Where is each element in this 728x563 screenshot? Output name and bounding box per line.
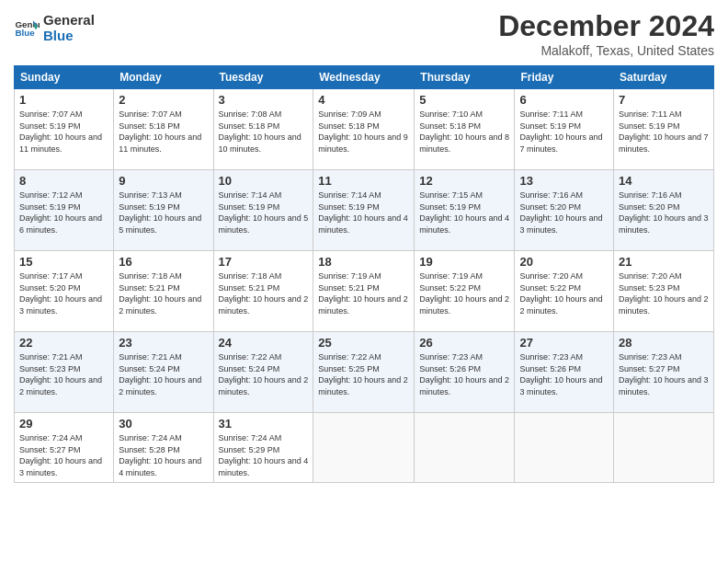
calendar-cell: 2 Sunrise: 7:07 AM Sunset: 5:18 PM Dayli… <box>114 89 213 170</box>
calendar-cell: 4 Sunrise: 7:09 AM Sunset: 5:18 PM Dayli… <box>313 89 415 170</box>
day-info: Sunrise: 7:19 AM Sunset: 5:21 PM Dayligh… <box>318 270 409 316</box>
location: Malakoff, Texas, United States <box>498 43 714 58</box>
day-number: 30 <box>119 417 208 431</box>
day-number: 20 <box>519 255 609 269</box>
calendar-cell <box>313 413 415 483</box>
calendar-cell: 10 Sunrise: 7:14 AM Sunset: 5:19 PM Dayl… <box>213 170 313 251</box>
svg-text:Blue: Blue <box>15 28 35 38</box>
calendar-cell: 22 Sunrise: 7:21 AM Sunset: 5:23 PM Dayl… <box>15 332 114 413</box>
day-number: 29 <box>19 417 108 431</box>
day-number: 17 <box>219 255 309 269</box>
day-info: Sunrise: 7:11 AM Sunset: 5:19 PM Dayligh… <box>619 109 709 155</box>
day-number: 11 <box>318 174 409 188</box>
day-number: 12 <box>419 174 509 188</box>
day-number: 27 <box>519 336 609 350</box>
title-block: December 2024 Malakoff, Texas, United St… <box>498 9 714 58</box>
day-info: Sunrise: 7:21 AM Sunset: 5:23 PM Dayligh… <box>19 351 108 397</box>
calendar-cell: 27 Sunrise: 7:23 AM Sunset: 5:26 PM Dayl… <box>515 332 614 413</box>
calendar-cell: 5 Sunrise: 7:10 AM Sunset: 5:18 PM Dayli… <box>415 89 515 170</box>
day-number: 21 <box>619 255 709 269</box>
calendar-cell: 30 Sunrise: 7:24 AM Sunset: 5:28 PM Dayl… <box>114 413 213 483</box>
calendar-cell: 13 Sunrise: 7:16 AM Sunset: 5:20 PM Dayl… <box>515 170 614 251</box>
day-info: Sunrise: 7:11 AM Sunset: 5:19 PM Dayligh… <box>519 109 609 155</box>
day-info: Sunrise: 7:21 AM Sunset: 5:24 PM Dayligh… <box>119 351 208 397</box>
calendar-cell: 24 Sunrise: 7:22 AM Sunset: 5:24 PM Dayl… <box>213 332 313 413</box>
calendar-cell: 6 Sunrise: 7:11 AM Sunset: 5:19 PM Dayli… <box>515 89 614 170</box>
day-info: Sunrise: 7:07 AM Sunset: 5:18 PM Dayligh… <box>119 109 208 155</box>
day-number: 24 <box>219 336 309 350</box>
day-info: Sunrise: 7:24 AM Sunset: 5:29 PM Dayligh… <box>219 432 309 478</box>
day-number: 5 <box>419 93 509 107</box>
day-number: 7 <box>619 93 709 107</box>
header-friday: Friday <box>515 66 614 89</box>
calendar-cell: 26 Sunrise: 7:23 AM Sunset: 5:26 PM Dayl… <box>415 332 515 413</box>
day-number: 28 <box>619 336 709 350</box>
calendar-cell <box>614 413 714 483</box>
day-info: Sunrise: 7:10 AM Sunset: 5:18 PM Dayligh… <box>419 109 509 155</box>
day-info: Sunrise: 7:22 AM Sunset: 5:24 PM Dayligh… <box>219 351 309 397</box>
calendar-cell: 8 Sunrise: 7:12 AM Sunset: 5:19 PM Dayli… <box>15 170 114 251</box>
calendar-cell: 28 Sunrise: 7:23 AM Sunset: 5:27 PM Dayl… <box>614 332 714 413</box>
day-info: Sunrise: 7:20 AM Sunset: 5:23 PM Dayligh… <box>619 270 709 316</box>
day-number: 22 <box>19 336 108 350</box>
day-number: 15 <box>19 255 108 269</box>
header-wednesday: Wednesday <box>313 66 415 89</box>
calendar-cell: 29 Sunrise: 7:24 AM Sunset: 5:27 PM Dayl… <box>15 413 114 483</box>
day-number: 3 <box>219 93 309 107</box>
day-info: Sunrise: 7:23 AM Sunset: 5:27 PM Dayligh… <box>619 351 709 397</box>
day-info: Sunrise: 7:16 AM Sunset: 5:20 PM Dayligh… <box>519 190 609 236</box>
calendar-cell: 20 Sunrise: 7:20 AM Sunset: 5:22 PM Dayl… <box>515 251 614 332</box>
day-info: Sunrise: 7:23 AM Sunset: 5:26 PM Dayligh… <box>519 351 609 397</box>
day-info: Sunrise: 7:18 AM Sunset: 5:21 PM Dayligh… <box>219 270 309 316</box>
calendar-cell: 7 Sunrise: 7:11 AM Sunset: 5:19 PM Dayli… <box>614 89 714 170</box>
calendar-cell: 14 Sunrise: 7:16 AM Sunset: 5:20 PM Dayl… <box>614 170 714 251</box>
calendar-cell <box>415 413 515 483</box>
calendar-cell: 1 Sunrise: 7:07 AM Sunset: 5:19 PM Dayli… <box>15 89 114 170</box>
day-number: 16 <box>119 255 208 269</box>
day-info: Sunrise: 7:08 AM Sunset: 5:18 PM Dayligh… <box>219 109 309 155</box>
day-number: 13 <box>519 174 609 188</box>
day-info: Sunrise: 7:15 AM Sunset: 5:19 PM Dayligh… <box>419 190 509 236</box>
calendar-week-row: 1 Sunrise: 7:07 AM Sunset: 5:19 PM Dayli… <box>15 89 714 170</box>
logo-line2: Blue <box>43 29 95 44</box>
day-number: 14 <box>619 174 709 188</box>
header-saturday: Saturday <box>614 66 714 89</box>
logo: General Blue General Blue <box>14 13 95 43</box>
day-number: 4 <box>318 93 409 107</box>
day-number: 8 <box>19 174 108 188</box>
calendar-cell: 11 Sunrise: 7:14 AM Sunset: 5:19 PM Dayl… <box>313 170 415 251</box>
calendar-week-row: 8 Sunrise: 7:12 AM Sunset: 5:19 PM Dayli… <box>15 170 714 251</box>
day-number: 1 <box>19 93 108 107</box>
header-tuesday: Tuesday <box>213 66 313 89</box>
header-thursday: Thursday <box>415 66 515 89</box>
calendar-cell: 31 Sunrise: 7:24 AM Sunset: 5:29 PM Dayl… <box>213 413 313 483</box>
calendar-table: Sunday Monday Tuesday Wednesday Thursday… <box>14 65 714 483</box>
page-header: General Blue General Blue December 2024 … <box>14 9 714 58</box>
calendar-week-row: 15 Sunrise: 7:17 AM Sunset: 5:20 PM Dayl… <box>15 251 714 332</box>
calendar-cell <box>515 413 614 483</box>
calendar-cell: 9 Sunrise: 7:13 AM Sunset: 5:19 PM Dayli… <box>114 170 213 251</box>
day-info: Sunrise: 7:14 AM Sunset: 5:19 PM Dayligh… <box>318 190 409 236</box>
day-info: Sunrise: 7:22 AM Sunset: 5:25 PM Dayligh… <box>318 351 409 397</box>
calendar-cell: 3 Sunrise: 7:08 AM Sunset: 5:18 PM Dayli… <box>213 89 313 170</box>
day-number: 6 <box>519 93 609 107</box>
day-info: Sunrise: 7:17 AM Sunset: 5:20 PM Dayligh… <box>19 270 108 316</box>
day-info: Sunrise: 7:20 AM Sunset: 5:22 PM Dayligh… <box>519 270 609 316</box>
day-number: 9 <box>119 174 208 188</box>
day-info: Sunrise: 7:24 AM Sunset: 5:27 PM Dayligh… <box>19 432 108 478</box>
day-info: Sunrise: 7:16 AM Sunset: 5:20 PM Dayligh… <box>619 190 709 236</box>
calendar-cell: 15 Sunrise: 7:17 AM Sunset: 5:20 PM Dayl… <box>15 251 114 332</box>
day-info: Sunrise: 7:12 AM Sunset: 5:19 PM Dayligh… <box>19 190 108 236</box>
calendar-cell: 25 Sunrise: 7:22 AM Sunset: 5:25 PM Dayl… <box>313 332 415 413</box>
day-number: 26 <box>419 336 509 350</box>
day-number: 25 <box>318 336 409 350</box>
calendar-cell: 23 Sunrise: 7:21 AM Sunset: 5:24 PM Dayl… <box>114 332 213 413</box>
header-monday: Monday <box>114 66 213 89</box>
calendar-week-row: 22 Sunrise: 7:21 AM Sunset: 5:23 PM Dayl… <box>15 332 714 413</box>
day-number: 19 <box>419 255 509 269</box>
logo-line1: General <box>43 13 95 29</box>
day-info: Sunrise: 7:14 AM Sunset: 5:19 PM Dayligh… <box>219 190 309 236</box>
calendar-cell: 12 Sunrise: 7:15 AM Sunset: 5:19 PM Dayl… <box>415 170 515 251</box>
calendar-cell: 17 Sunrise: 7:18 AM Sunset: 5:21 PM Dayl… <box>213 251 313 332</box>
calendar-cell: 19 Sunrise: 7:19 AM Sunset: 5:22 PM Dayl… <box>415 251 515 332</box>
